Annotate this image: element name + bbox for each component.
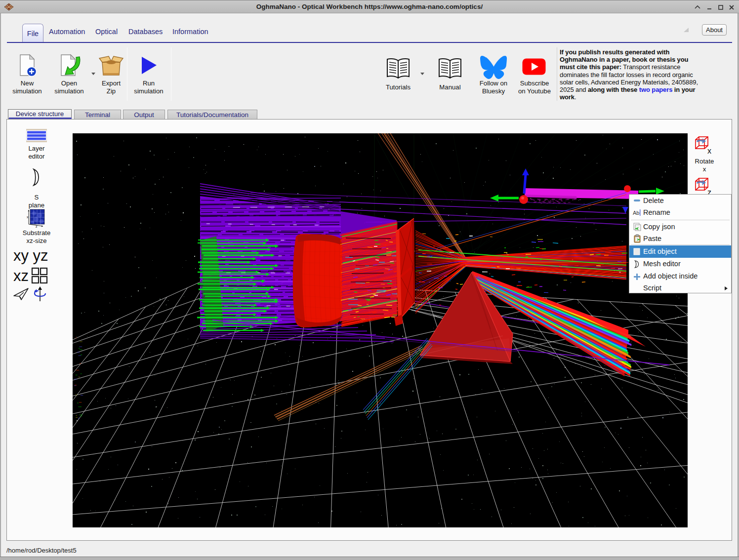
svg-text:z: z xyxy=(36,225,38,228)
svg-text:Ab: Ab xyxy=(633,210,639,216)
svg-text:x: x xyxy=(27,215,29,219)
